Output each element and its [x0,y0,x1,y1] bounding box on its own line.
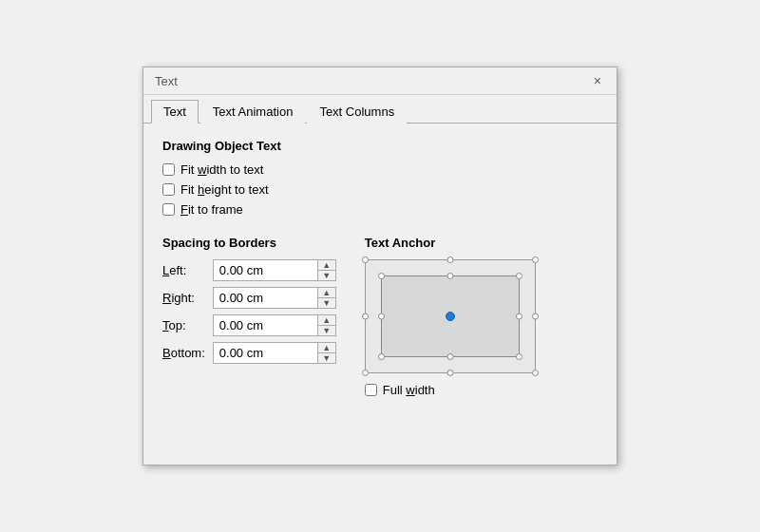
right-increment[interactable]: ▲ [318,288,335,298]
right-spinner: 0.00 cm ▲ ▼ [213,287,336,309]
handle-middle-left[interactable] [362,314,369,320]
anchor-box[interactable] [365,259,536,373]
dialog-title: Text [155,74,178,88]
handle-top-left[interactable] [362,256,369,263]
left-label: Left: [162,263,205,277]
tab-bar: Text Text Animation Text Columns [143,95,617,124]
bottom-spinner-btns: ▲ ▼ [317,343,335,363]
inner-handle-bottom-right[interactable] [516,353,522,360]
two-col-section: Spacing to Borders Left: 0.00 cm ▲ ▼ Rig… [162,236,598,397]
tab-text-columns[interactable]: Text Columns [307,100,407,124]
fit-width-row: Fit wFit width to textidth to text [162,162,598,177]
left-spinner-btns: ▲ ▼ [317,260,335,280]
spacing-title: Spacing to Borders [162,236,336,250]
fit-frame-label: Fit to frame [180,202,243,217]
handle-bottom-left[interactable] [362,370,369,376]
bottom-spinner: 0.00 cm ▲ ▼ [213,342,336,364]
fit-height-checkbox[interactable] [162,183,175,196]
tab-text[interactable]: Text [151,100,199,124]
top-label: Top: [162,318,205,332]
right-label: Right: [162,291,205,305]
fit-width-checkbox[interactable] [162,163,175,176]
anchor-title: Text Anchor [365,236,598,250]
handle-top-right[interactable] [532,256,539,263]
full-width-checkbox[interactable] [365,384,377,396]
left-input[interactable]: 0.00 cm [214,260,317,280]
top-spinner: 0.00 cm ▲ ▼ [213,314,336,336]
left-increment[interactable]: ▲ [318,260,335,271]
fit-height-label: Fit height to text [180,182,269,197]
inner-handle-bottom-left[interactable] [378,353,385,360]
inner-handle-bottom-center[interactable] [446,353,453,360]
handle-bottom-center[interactable] [446,370,453,376]
tab-text-animation[interactable]: Text Animation [200,100,306,124]
bottom-decrement[interactable]: ▼ [318,353,335,363]
tab-content: Drawing Object Text Fit wFit width to te… [143,124,617,412]
bottom-increment[interactable]: ▲ [318,343,335,353]
full-width-row: Full wFull widthidth [365,383,598,397]
inner-handle-top-left[interactable] [378,273,385,279]
top-input[interactable]: 0.00 cm [214,315,317,335]
inner-handle-top-right[interactable] [516,273,522,279]
full-width-label: Full wFull widthidth [383,383,435,397]
fit-frame-row: Fit to frame [162,202,598,217]
anchor-center-dot[interactable] [446,312,455,321]
bottom-input[interactable]: 0.00 cm [214,343,317,363]
fit-frame-checkbox[interactable] [162,203,175,216]
bottom-label: Bottom: [162,346,205,360]
inner-handle-top-center[interactable] [446,273,453,279]
titlebar: Text × [143,67,617,95]
spacing-grid: Left: 0.00 cm ▲ ▼ Right: 0.00 cm [162,259,336,364]
right-input[interactable]: 0.00 cm [214,288,317,308]
inner-handle-middle-right[interactable] [516,314,522,320]
top-increment[interactable]: ▲ [318,315,335,326]
drawing-object-text-title: Drawing Object Text [162,139,598,153]
text-dialog: Text × Text Text Animation Text Columns … [142,66,618,466]
top-decrement[interactable]: ▼ [318,326,335,335]
spacing-section: Spacing to Borders Left: 0.00 cm ▲ ▼ Rig… [162,236,336,397]
right-spinner-btns: ▲ ▼ [317,288,335,308]
handle-top-center[interactable] [446,256,453,263]
fit-width-label: Fit wFit width to textidth to text [180,162,263,177]
anchor-section: Text Anchor [365,236,598,397]
inner-handle-middle-left[interactable] [378,314,385,320]
left-decrement[interactable]: ▼ [318,271,335,280]
close-button[interactable]: × [590,73,605,88]
handle-middle-right[interactable] [532,314,539,320]
top-spinner-btns: ▲ ▼ [317,315,335,335]
left-spinner: 0.00 cm ▲ ▼ [213,259,336,281]
anchor-inner-rect [381,276,520,357]
handle-bottom-right[interactable] [532,370,539,376]
right-decrement[interactable]: ▼ [318,298,335,308]
fit-height-row: Fit height to text [162,182,598,197]
